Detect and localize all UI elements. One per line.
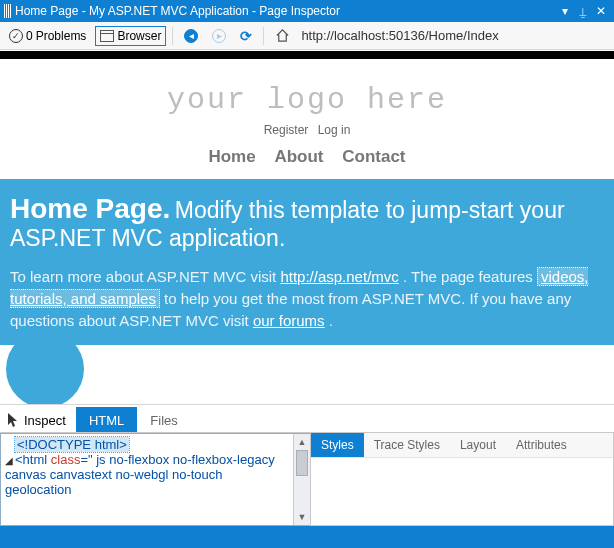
forward-button[interactable]: ▸ — [207, 26, 231, 46]
logo: your logo here — [0, 83, 614, 117]
pin-icon[interactable]: ⍊ — [574, 4, 592, 19]
scroll-down-icon[interactable]: ▼ — [294, 509, 310, 525]
inspector-tabstrip: Inspect HTML Files — [0, 404, 614, 432]
grip-icon — [4, 4, 11, 18]
scroll-thumb[interactable] — [296, 450, 308, 476]
browser-button[interactable]: Browser — [95, 26, 166, 46]
inspect-button[interactable]: Inspect — [0, 408, 74, 432]
expand-icon-1[interactable] — [5, 440, 15, 451]
tab-attributes[interactable]: Attributes — [506, 433, 577, 457]
browser-label: Browser — [117, 29, 161, 43]
menu-about[interactable]: About — [274, 147, 323, 166]
editor-row: <!DOCTYPE html> ◢<html class=" js no-fle… — [0, 432, 614, 526]
body-mid1: . The page features — [399, 268, 537, 285]
browser-viewport: your logo here Register Log in Home Abou… — [0, 50, 614, 404]
address-bar[interactable]: http://localhost:50136/Home/Index — [299, 28, 498, 43]
tab-html[interactable]: HTML — [76, 407, 137, 432]
refresh-button[interactable]: ⟳ — [235, 25, 257, 47]
body-pre: To learn more about ASP.NET MVC visit — [10, 268, 280, 285]
source-line-1[interactable]: <!DOCTYPE html> — [15, 437, 129, 452]
refresh-icon: ⟳ — [240, 28, 252, 44]
hero: Home Page. Modify this template to jump-… — [0, 179, 614, 345]
bottom-border — [0, 526, 614, 548]
auth-links: Register Log in — [0, 123, 614, 137]
source-pane[interactable]: <!DOCTYPE html> ◢<html class=" js no-fle… — [0, 433, 310, 526]
separator-2 — [263, 27, 264, 45]
title-bar: Home Page - My ASP.NET MVC Application -… — [0, 0, 614, 22]
menu-contact[interactable]: Contact — [342, 147, 405, 166]
register-link[interactable]: Register — [264, 123, 309, 137]
problems-button[interactable]: ✓ 0 Problems — [4, 26, 91, 46]
back-button[interactable]: ◂ — [179, 26, 203, 46]
back-icon: ◂ — [184, 29, 198, 43]
forward-icon: ▸ — [212, 29, 226, 43]
inspect-cursor-icon — [6, 412, 20, 428]
expand-icon-2[interactable]: ◢ — [5, 455, 15, 466]
close-icon[interactable]: ✕ — [592, 4, 610, 18]
mvc-link[interactable]: http://asp.net/mvc — [280, 268, 398, 285]
login-link[interactable]: Log in — [318, 123, 351, 137]
menu-home[interactable]: Home — [208, 147, 255, 166]
problems-check-icon: ✓ — [9, 29, 23, 43]
hero-circle-decoration — [6, 330, 84, 404]
dropdown-icon[interactable]: ▾ — [556, 4, 574, 18]
browser-icon — [100, 30, 114, 42]
tab-files[interactable]: Files — [137, 407, 190, 432]
hero-body: To learn more about ASP.NET MVC visit ht… — [10, 266, 604, 331]
tab-layout[interactable]: Layout — [450, 433, 506, 457]
scroll-up-icon[interactable]: ▲ — [294, 434, 310, 450]
page-top-bar — [0, 51, 614, 59]
problems-label: Problems — [36, 29, 87, 43]
source-line-2[interactable]: <html class=" js no-flexbox no-flexbox-l… — [5, 452, 275, 497]
body-end: . — [325, 312, 333, 329]
properties-pane: Styles Trace Styles Layout Attributes — [310, 433, 614, 526]
properties-tabs: Styles Trace Styles Layout Attributes — [311, 433, 613, 458]
window-title: Home Page - My ASP.NET MVC Application -… — [15, 4, 340, 18]
main-menu: Home About Contact — [0, 147, 614, 167]
tab-styles[interactable]: Styles — [311, 433, 364, 457]
properties-body — [311, 458, 613, 522]
toolbar: ✓ 0 Problems Browser ◂ ▸ ⟳ http://localh… — [0, 22, 614, 50]
inspect-label: Inspect — [24, 413, 66, 428]
forums-link[interactable]: our forums — [253, 312, 325, 329]
source-scrollbar[interactable]: ▲ ▼ — [293, 434, 310, 525]
home-icon — [275, 28, 290, 43]
home-button[interactable] — [270, 25, 295, 46]
hero-title: Home Page. — [10, 193, 170, 224]
separator-1 — [172, 27, 173, 45]
tab-trace-styles[interactable]: Trace Styles — [364, 433, 450, 457]
problems-count: 0 — [26, 29, 33, 43]
